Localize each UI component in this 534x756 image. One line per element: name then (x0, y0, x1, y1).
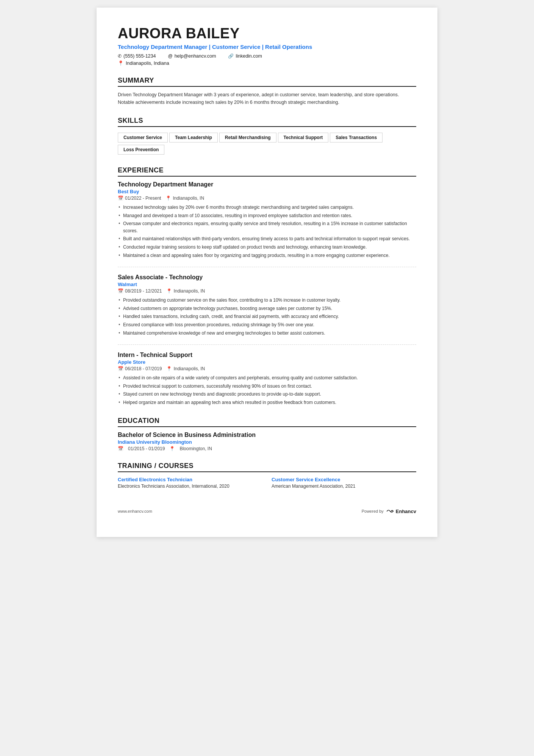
location-row: 📍 Indianapolis, Indiana (118, 60, 416, 66)
footer-url: www.enhancv.com (118, 509, 152, 513)
skill-tag: Technical Support (278, 133, 329, 142)
experience-bullet: Stayed current on new technology trends … (118, 391, 416, 398)
job-meta: 📅 06/2018 - 07/2019 📍 Indianapolis, IN (118, 366, 416, 371)
education-list: Bachelor of Science in Business Administ… (118, 432, 416, 451)
job-meta: 📅 08/2019 - 12/2021 📍 Indianapolis, IN (118, 288, 416, 294)
job-meta: 📅 01/2022 - Present 📍 Indianapolis, IN (118, 196, 416, 201)
linkedin-contact: 🔗 linkedin.com (228, 53, 262, 59)
experience-bullet: Maintained a clean and appealing sales f… (118, 252, 416, 259)
job-date: 📅 01/2022 - Present (118, 196, 161, 201)
job-location: 📍 Indianapolis, IN (166, 366, 205, 371)
summary-title: SUMMARY (118, 77, 416, 87)
experience-item: Sales Associate - Technology Walmart 📅 0… (118, 274, 416, 345)
experience-bullet: Maintained comprehensive knowledge of ne… (118, 330, 416, 337)
summary-section: SUMMARY Driven Technology Department Man… (118, 77, 416, 106)
education-section: EDUCATION Bachelor of Science in Busines… (118, 417, 416, 451)
experience-bullet: Increased technology sales by 20% over 6… (118, 204, 416, 211)
experience-title: EXPERIENCE (118, 166, 416, 177)
job-title: Intern - Technical Support (118, 352, 416, 358)
job-location: 📍 Indianapolis, IN (166, 196, 204, 201)
calendar-icon: 📅 (118, 446, 123, 451)
date-text: 08/2019 - 12/2021 (125, 288, 162, 294)
location-text: Indianapolis, Indiana (126, 61, 169, 66)
phone-contact: ✆ (555) 555-1234 (118, 53, 156, 59)
linkedin-url: linkedin.com (236, 53, 262, 59)
experience-bullet: Built and maintained relationships with … (118, 235, 416, 243)
location-text: Indianapolis, IN (173, 366, 205, 371)
experience-bullet: Handled sales transactions, including ca… (118, 313, 416, 320)
edu-date: 01/2015 - 01/2019 (128, 446, 165, 451)
edu-degree: Bachelor of Science in Business Administ… (118, 432, 416, 438)
edu-meta: 📅 01/2015 - 01/2019 📍 Bloomington, IN (118, 446, 416, 451)
training-item: Customer Service Excellence American Man… (272, 477, 416, 490)
experience-bullet: Provided technical support to customers,… (118, 383, 416, 390)
enhancv-brand-name: Enhancv (396, 509, 416, 514)
job-company: Best Buy (118, 189, 416, 194)
job-location: 📍 Indianapolis, IN (166, 288, 205, 294)
summary-text: Driven Technology Department Manager wit… (118, 91, 416, 106)
job-title: Sales Associate - Technology (118, 274, 416, 281)
resume-page: AURORA BAILEY Technology Department Mana… (97, 8, 437, 537)
skill-tag: Loss Prevention (118, 145, 164, 155)
experience-item: Intern - Technical Support Apple Store 📅… (118, 352, 416, 406)
experience-bullet: Provided outstanding customer service on… (118, 297, 416, 304)
calendar-icon: 📅 (118, 288, 123, 294)
location-icon: 📍 (166, 366, 172, 371)
skills-title: SKILLS (118, 117, 416, 127)
experience-bullet: Conducted regular training sessions to k… (118, 244, 416, 251)
experience-bullet: Assisted in on-site repairs of a wide va… (118, 374, 416, 382)
calendar-icon: 📅 (118, 366, 123, 371)
training-detail: American Management Association, 2021 (272, 483, 416, 490)
phone-number: (555) 555-1234 (123, 53, 156, 59)
date-text: 06/2018 - 07/2019 (125, 366, 162, 371)
footer: www.enhancv.com Powered by Enhancv (118, 505, 416, 514)
email-icon: @ (168, 53, 172, 59)
job-company: Apple Store (118, 359, 416, 365)
edu-school: Indiana University Bloomington (118, 439, 416, 445)
location-text: Indianapolis, IN (173, 196, 204, 201)
experience-bullet: Advised customers on appropriate technol… (118, 305, 416, 312)
training-detail: Electronics Technicians Association, Int… (118, 483, 262, 490)
job-company: Walmart (118, 282, 416, 287)
training-name: Certified Electronics Technician (118, 477, 262, 482)
location-icon: 📍 (166, 196, 171, 201)
location-icon: 📍 (118, 60, 124, 66)
email-contact: @ help@enhancv.com (168, 53, 216, 59)
experience-bullet: Helped organize and maintain an appealin… (118, 399, 416, 406)
skill-tag: Team Leadership (169, 133, 218, 142)
footer-powered-by: Powered by Enhancv (362, 509, 416, 514)
header: AURORA BAILEY Technology Department Mana… (118, 26, 416, 66)
edu-location: Bloomington, IN (180, 446, 212, 451)
candidate-name: AURORA BAILEY (118, 26, 416, 42)
experience-list: Technology Department Manager Best Buy 📅… (118, 181, 416, 406)
training-title: TRAINING / COURSES (118, 462, 416, 472)
training-name: Customer Service Excellence (272, 477, 416, 482)
skills-section: SKILLS Customer ServiceTeam LeadershipRe… (118, 117, 416, 156)
email-address: help@enhancv.com (175, 53, 216, 59)
job-title: Technology Department Manager (118, 181, 416, 188)
job-bullets: Assisted in on-site repairs of a wide va… (118, 374, 416, 406)
contact-row: ✆ (555) 555-1234 @ help@enhancv.com 🔗 li… (118, 53, 416, 59)
training-section: TRAINING / COURSES Certified Electronics… (118, 462, 416, 490)
experience-section: EXPERIENCE Technology Department Manager… (118, 166, 416, 406)
experience-bullet: Managed and developed a team of 10 assoc… (118, 212, 416, 219)
enhancv-logo: Enhancv (386, 509, 416, 514)
linkedin-icon: 🔗 (228, 53, 234, 59)
experience-bullet: Ensured compliance with loss prevention … (118, 321, 416, 329)
education-title: EDUCATION (118, 417, 416, 427)
job-bullets: Provided outstanding customer service on… (118, 297, 416, 337)
experience-bullet: Oversaw computer and electronics repairs… (118, 220, 416, 234)
education-item: Bachelor of Science in Business Administ… (118, 432, 416, 451)
phone-icon: ✆ (118, 53, 122, 59)
skills-grid: Customer ServiceTeam LeadershipRetail Me… (118, 131, 416, 156)
training-item: Certified Electronics Technician Electro… (118, 477, 262, 490)
skill-tag: Sales Transactions (330, 133, 383, 142)
skill-tag: Customer Service (118, 133, 168, 142)
job-bullets: Increased technology sales by 20% over 6… (118, 204, 416, 259)
experience-item: Technology Department Manager Best Buy 📅… (118, 181, 416, 267)
job-date: 📅 08/2019 - 12/2021 (118, 288, 162, 294)
skill-tag: Retail Merchandising (219, 133, 276, 142)
location-icon: 📍 (166, 288, 172, 294)
calendar-icon: 📅 (118, 196, 123, 201)
location-icon: 📍 (169, 446, 175, 451)
